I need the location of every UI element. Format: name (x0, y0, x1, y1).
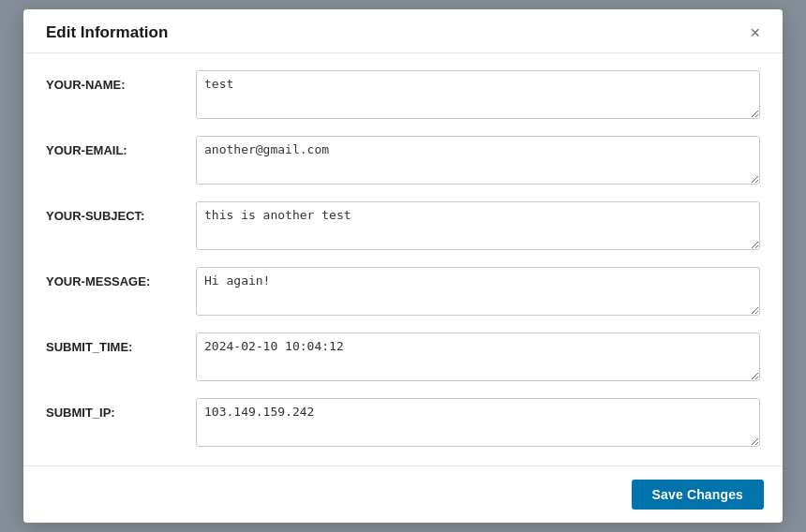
modal-body: YOUR-NAME:YOUR-EMAIL:YOUR-SUBJECT:YOUR-M… (23, 53, 783, 466)
form-row: YOUR-NAME: (46, 63, 760, 119)
label-your-email: YOUR-EMAIL: (46, 136, 196, 157)
input-your-message[interactable] (196, 267, 760, 316)
label-your-message: YOUR-MESSAGE: (46, 267, 196, 288)
label-submit-ip: SUBMIT_IP: (46, 398, 196, 420)
form-row: YOUR-MESSAGE: (46, 259, 760, 316)
input-your-subject[interactable] (196, 201, 760, 250)
modal-header: Edit Information × (23, 9, 783, 53)
label-your-subject: YOUR-SUBJECT: (46, 201, 196, 223)
close-button[interactable]: × (746, 22, 764, 43)
modal-footer: Save Changes (23, 466, 783, 523)
form-row: SUBMIT_TIME: (46, 325, 760, 381)
modal-title: Edit Information (46, 23, 168, 42)
input-your-email[interactable] (196, 136, 760, 185)
label-submit-time: SUBMIT_TIME: (46, 332, 196, 354)
form-row: SUBMIT_IP: (46, 391, 760, 447)
save-changes-button[interactable]: Save Changes (632, 480, 764, 510)
form-row: YOUR-SUBJECT: (46, 194, 760, 250)
edit-information-modal: Edit Information × YOUR-NAME:YOUR-EMAIL:… (23, 9, 783, 523)
label-your-name: YOUR-NAME: (46, 70, 196, 92)
input-submit-time[interactable] (196, 332, 760, 381)
input-your-name[interactable] (196, 70, 760, 119)
input-submit-ip[interactable] (196, 398, 760, 447)
form-row: YOUR-EMAIL: (46, 128, 760, 185)
